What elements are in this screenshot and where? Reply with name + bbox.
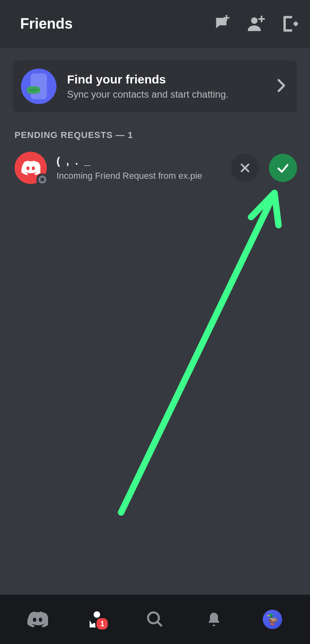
add-server-icon[interactable] bbox=[281, 15, 299, 33]
svg-line-12 bbox=[157, 622, 161, 626]
accept-button[interactable] bbox=[269, 154, 297, 182]
find-friends-illustration bbox=[21, 69, 57, 104]
nav-profile-icon[interactable]: 🦆 bbox=[258, 605, 287, 634]
header: Friends bbox=[0, 0, 310, 48]
svg-rect-1 bbox=[224, 17, 230, 19]
friends-badge: 1 bbox=[95, 617, 109, 631]
request-username: ( , . _ bbox=[57, 155, 221, 167]
nav-search-icon[interactable] bbox=[140, 605, 170, 634]
nav-notifications-icon[interactable] bbox=[199, 605, 228, 634]
pending-section-header: PENDING REQUESTS — 1 bbox=[15, 130, 297, 140]
nav-friends-icon[interactable]: 1 bbox=[82, 605, 111, 634]
svg-line-9 bbox=[121, 202, 270, 512]
find-friends-card[interactable]: Find your friends Sync your contacts and… bbox=[13, 61, 297, 112]
new-message-icon[interactable] bbox=[213, 15, 231, 33]
request-subtitle: Incoming Friend Request from ex.pie bbox=[57, 171, 221, 181]
page-title: Friends bbox=[20, 15, 213, 32]
bottom-nav: 1 🦆 bbox=[0, 595, 310, 644]
find-friends-title: Find your friends bbox=[67, 73, 266, 86]
request-actions bbox=[231, 154, 297, 182]
find-friends-text: Find your friends Sync your contacts and… bbox=[67, 73, 266, 100]
status-offline-icon bbox=[36, 174, 48, 186]
add-friend-icon[interactable] bbox=[246, 14, 266, 33]
decline-button[interactable] bbox=[231, 154, 259, 182]
friend-request-row[interactable]: ( , . _ Incoming Friend Request from ex.… bbox=[13, 150, 297, 186]
svg-rect-4 bbox=[258, 18, 265, 20]
avatar bbox=[15, 152, 47, 184]
find-friends-subtitle: Sync your contacts and start chatting. bbox=[67, 89, 266, 100]
svg-point-2 bbox=[251, 17, 258, 24]
request-text: ( , . _ Incoming Friend Request from ex.… bbox=[57, 155, 221, 181]
header-actions bbox=[213, 14, 299, 33]
nav-home-icon[interactable] bbox=[23, 605, 52, 634]
content: Find your friends Sync your contacts and… bbox=[0, 48, 310, 186]
profile-avatar: 🦆 bbox=[263, 610, 282, 629]
chevron-right-icon bbox=[277, 79, 286, 94]
